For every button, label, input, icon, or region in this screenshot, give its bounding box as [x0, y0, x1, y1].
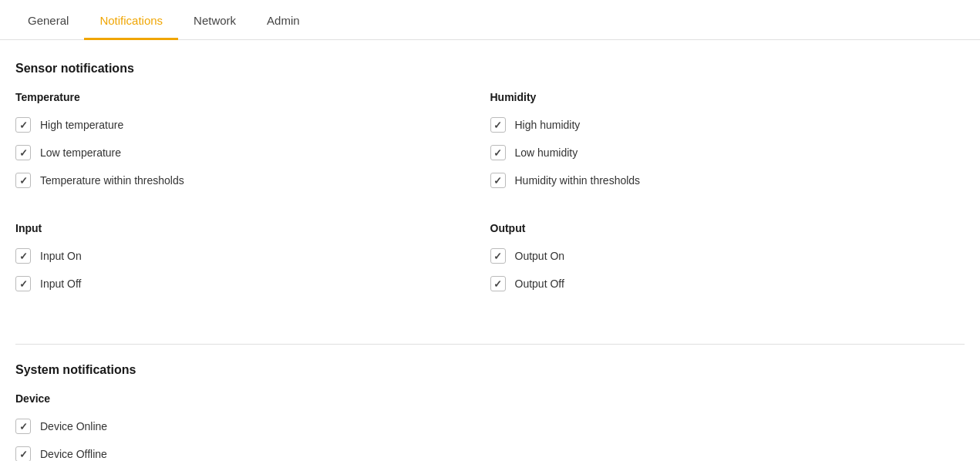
checkbox-device-offline-input[interactable]	[15, 446, 31, 461]
checkbox-output-off-input[interactable]	[490, 276, 506, 291]
checkbox-output-on-label[interactable]: Output On	[515, 250, 565, 262]
checkbox-output-off-label[interactable]: Output Off	[515, 278, 564, 290]
main-content: Sensor notifications Temperature High te…	[0, 40, 980, 461]
checkbox-output-off: Output Off	[490, 276, 950, 291]
checkbox-device-offline: Device Offline	[15, 446, 965, 461]
checkbox-high-temperature-label[interactable]: High temperature	[40, 119, 123, 131]
device-title: Device	[15, 392, 965, 405]
temperature-group: Temperature High temperature Low tempera…	[15, 91, 490, 200]
checkbox-temperature-within-input[interactable]	[15, 173, 31, 188]
system-notifications-title: System notifications	[15, 363, 965, 377]
tab-network[interactable]: Network	[178, 0, 251, 40]
checkbox-humidity-within-label[interactable]: Humidity within thresholds	[515, 174, 641, 187]
tab-admin[interactable]: Admin	[251, 0, 315, 40]
checkbox-low-temperature-label[interactable]: Low temperature	[40, 146, 121, 159]
checkbox-high-temperature-input[interactable]	[15, 117, 31, 133]
checkbox-humidity-within-input[interactable]	[490, 173, 506, 188]
checkbox-low-humidity-label[interactable]: Low humidity	[515, 146, 578, 159]
checkbox-input-on: Input On	[15, 248, 475, 264]
device-group: Device Device Online Device Offline	[15, 392, 965, 461]
checkbox-input-on-label[interactable]: Input On	[40, 250, 82, 262]
checkbox-low-temperature-input[interactable]	[15, 145, 31, 160]
temperature-title: Temperature	[15, 91, 475, 103]
checkbox-high-humidity: High humidity	[490, 117, 950, 133]
checkbox-temperature-within: Temperature within thresholds	[15, 173, 475, 188]
sensor-notifications-title: Sensor notifications	[15, 62, 965, 76]
checkbox-device-online: Device Online	[15, 419, 965, 434]
checkbox-output-on-input[interactable]	[490, 248, 506, 264]
section-divider	[15, 344, 965, 345]
checkbox-humidity-within: Humidity within thresholds	[490, 173, 950, 188]
checkbox-high-humidity-input[interactable]	[490, 117, 506, 133]
checkbox-input-off-input[interactable]	[15, 276, 31, 291]
input-title: Input	[15, 222, 475, 234]
checkbox-high-temperature: High temperature	[15, 117, 475, 133]
input-group: Input Input On Input Off	[15, 222, 490, 304]
checkbox-low-humidity-input[interactable]	[490, 145, 506, 160]
checkbox-input-on-input[interactable]	[15, 248, 31, 264]
tabs-nav: General Notifications Network Admin	[0, 0, 980, 40]
checkbox-input-off-label[interactable]: Input Off	[40, 278, 81, 290]
sensor-row-2: Input Input On Input Off Output Output O…	[15, 222, 965, 325]
checkbox-high-humidity-label[interactable]: High humidity	[515, 119, 581, 131]
tab-notifications[interactable]: Notifications	[84, 0, 178, 40]
checkbox-device-offline-label[interactable]: Device Offline	[40, 448, 107, 460]
checkbox-low-humidity: Low humidity	[490, 145, 950, 160]
tab-general[interactable]: General	[12, 0, 84, 40]
checkbox-device-online-label[interactable]: Device Online	[40, 420, 107, 432]
humidity-title: Humidity	[490, 91, 950, 103]
output-title: Output	[490, 222, 950, 234]
checkbox-temperature-within-label[interactable]: Temperature within thresholds	[40, 174, 184, 187]
checkbox-device-online-input[interactable]	[15, 419, 31, 434]
checkbox-input-off: Input Off	[15, 276, 475, 291]
sensor-row-1: Temperature High temperature Low tempera…	[15, 91, 965, 222]
checkbox-low-temperature: Low temperature	[15, 145, 475, 160]
humidity-group: Humidity High humidity Low humidity Humi…	[490, 91, 965, 200]
output-group: Output Output On Output Off	[490, 222, 965, 304]
checkbox-output-on: Output On	[490, 248, 950, 264]
